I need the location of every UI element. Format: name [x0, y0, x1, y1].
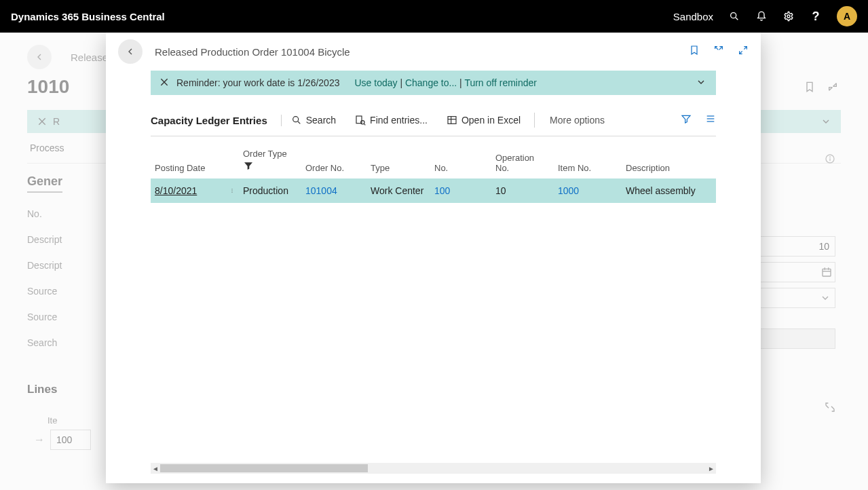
col-item-no[interactable]: Item No. — [558, 163, 618, 173]
col-posting-date[interactable]: Posting Date — [155, 163, 221, 173]
scroll-right-icon[interactable]: ► — [706, 465, 716, 472]
list-view-icon[interactable] — [705, 113, 716, 127]
horizontal-scrollbar[interactable]: ◄ ► — [151, 463, 716, 474]
panel-toolbar: Capacity Ledger Entries Search Find entr… — [151, 113, 716, 136]
svg-line-11 — [298, 121, 300, 124]
reminder-text: Reminder: your work date is 1/26/2023 — [176, 77, 339, 88]
cell-description: Wheel assembly — [622, 185, 716, 196]
filter-icon[interactable] — [681, 113, 692, 127]
svg-point-10 — [293, 117, 298, 122]
open-in-excel-label: Open in Excel — [461, 115, 521, 126]
col-order-no[interactable]: Order No. — [305, 163, 362, 173]
reminder-turn-off[interactable]: Turn off reminder — [464, 77, 537, 88]
bg-back-button[interactable] — [27, 45, 52, 69]
column-filter-icon[interactable] — [243, 160, 297, 173]
col-no[interactable]: No. — [434, 163, 487, 173]
table-header: Posting Date Order Type Order No. Type N… — [151, 143, 716, 178]
svg-point-21 — [231, 189, 232, 189]
reminder-chevron-icon[interactable] — [696, 77, 706, 90]
cell-order-no[interactable]: 101004 — [301, 185, 366, 196]
close-reminder-icon[interactable] — [159, 77, 170, 90]
table-row[interactable]: 8/10/2021 Production 101004 Work Center … — [151, 178, 716, 203]
search-icon[interactable] — [728, 10, 740, 22]
header-right-cluster: Sandbox ? A — [673, 6, 857, 26]
scroll-left-icon[interactable]: ◄ — [151, 465, 160, 472]
bg-collapse-icon[interactable] — [827, 81, 838, 92]
open-in-excel-button[interactable]: Open in Excel — [437, 115, 530, 126]
chevron-down-icon — [820, 293, 831, 303]
find-entries-button[interactable]: Find entries... — [345, 115, 437, 126]
bookmark-icon[interactable] — [689, 45, 700, 58]
col-order-type[interactable]: Order Type — [243, 149, 297, 159]
cell-no[interactable]: 100 — [430, 185, 491, 196]
close-icon[interactable] — [37, 116, 48, 127]
reminder-use-today[interactable]: Use today — [354, 77, 397, 88]
reminder-change-to[interactable]: Change to... — [405, 77, 457, 88]
cell-order-type: Production — [239, 185, 301, 196]
popout-icon[interactable] — [713, 45, 724, 58]
app-name: Dynamics 365 Business Central — [11, 11, 165, 22]
expand-icon[interactable] — [825, 402, 835, 413]
col-description[interactable]: Description — [626, 163, 712, 173]
toolbar-title: Capacity Ledger Entries — [151, 115, 282, 126]
svg-point-22 — [231, 190, 232, 191]
help-icon[interactable]: ? — [810, 10, 822, 22]
search-label: Search — [306, 115, 336, 126]
info-icon[interactable] — [825, 153, 835, 164]
bg-pin-icon[interactable] — [804, 81, 815, 92]
settings-icon[interactable] — [782, 10, 795, 22]
bg-reminder-text: R — [53, 116, 60, 127]
cell-item-no[interactable]: 1000 — [554, 185, 622, 196]
capacity-ledger-panel: Released Production Order 101004 Bicycle… — [106, 33, 761, 483]
col-operation-no[interactable]: Operation No. — [495, 153, 550, 173]
calendar-icon — [821, 267, 832, 278]
toolbar-separator — [534, 113, 535, 128]
more-options-button[interactable]: More options — [539, 115, 605, 126]
svg-point-9 — [830, 157, 831, 157]
environment-badge: Sandbox — [673, 11, 713, 22]
svg-point-23 — [231, 192, 232, 193]
svg-line-14 — [364, 124, 365, 125]
app-header: Dynamics 365 Business Central Sandbox ? … — [0, 0, 868, 33]
svg-point-0 — [731, 13, 736, 18]
expand-icon[interactable] — [738, 45, 749, 58]
panel-title: Released Production Order 101004 Bicycle — [155, 46, 350, 58]
cell-operation-no: 10 — [491, 185, 554, 196]
search-button[interactable]: Search — [282, 115, 345, 126]
bg-section-general: Gener — [27, 174, 62, 193]
svg-rect-3 — [823, 269, 831, 276]
svg-point-2 — [787, 15, 790, 18]
scrollbar-thumb[interactable] — [160, 464, 368, 472]
notifications-icon[interactable] — [755, 10, 768, 22]
svg-rect-15 — [448, 117, 456, 124]
svg-line-1 — [736, 18, 738, 20]
find-entries-label: Find entries... — [370, 115, 428, 126]
chevron-down-icon[interactable] — [820, 116, 831, 127]
bg-action-process[interactable]: Process — [30, 143, 64, 153]
user-avatar[interactable]: A — [837, 6, 857, 26]
panel-reminder-bar: Reminder: your work date is 1/26/2023 Us… — [151, 71, 716, 95]
bg-lines-cell[interactable] — [50, 430, 91, 450]
panel-titlebar: Released Production Order 101004 Bicycle — [106, 33, 761, 71]
panel-back-button[interactable] — [118, 39, 143, 64]
row-menu-icon[interactable] — [225, 185, 239, 196]
col-type[interactable]: Type — [371, 163, 426, 173]
cell-type: Work Center — [366, 185, 430, 196]
cell-posting-date[interactable]: 8/10/2021 — [155, 185, 197, 196]
